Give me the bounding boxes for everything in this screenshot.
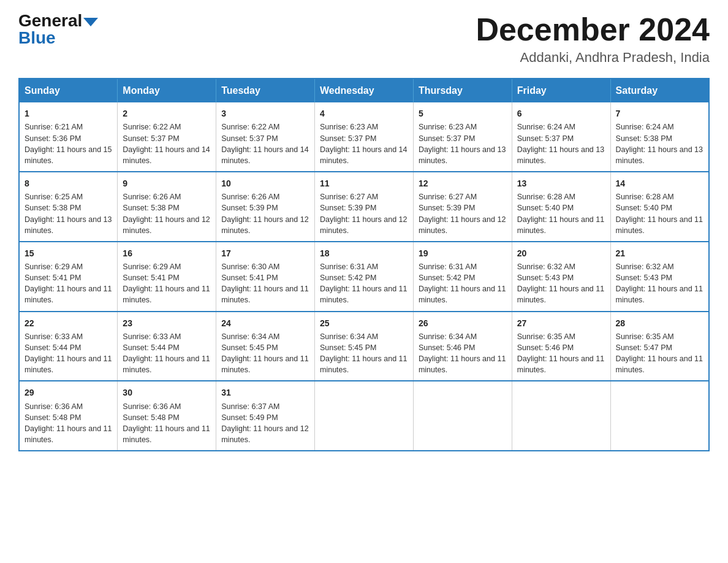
day-number: 15 (25, 247, 112, 259)
calendar-cell (315, 381, 414, 451)
day-number: 2 (123, 107, 211, 120)
header-saturday: Saturday (610, 79, 709, 102)
calendar-cell: 19Sunrise: 6:31 AMSunset: 5:42 PMDayligh… (413, 242, 512, 312)
calendar-cell: 22Sunrise: 6:33 AMSunset: 5:44 PMDayligh… (19, 312, 118, 381)
day-number: 9 (123, 177, 211, 190)
calendar-week-1: 1Sunrise: 6:21 AMSunset: 5:36 PMDaylight… (19, 102, 709, 172)
day-info: Sunrise: 6:25 AMSunset: 5:38 PMDaylight:… (25, 191, 112, 236)
day-number: 7 (616, 107, 703, 120)
day-number: 1 (25, 107, 112, 120)
calendar-cell: 2Sunrise: 6:22 AMSunset: 5:37 PMDaylight… (118, 102, 216, 172)
calendar-cell: 9Sunrise: 6:26 AMSunset: 5:38 PMDaylight… (118, 172, 216, 242)
day-info: Sunrise: 6:32 AMSunset: 5:43 PMDaylight:… (616, 261, 703, 306)
calendar-cell: 16Sunrise: 6:29 AMSunset: 5:41 PMDayligh… (118, 242, 216, 312)
calendar-cell: 25Sunrise: 6:34 AMSunset: 5:45 PMDayligh… (315, 312, 414, 381)
calendar-cell: 11Sunrise: 6:27 AMSunset: 5:39 PMDayligh… (315, 172, 414, 242)
day-info: Sunrise: 6:31 AMSunset: 5:42 PMDaylight:… (320, 261, 408, 306)
day-info: Sunrise: 6:26 AMSunset: 5:38 PMDaylight:… (123, 191, 211, 236)
calendar-cell: 1Sunrise: 6:21 AMSunset: 5:36 PMDaylight… (19, 102, 118, 172)
day-info: Sunrise: 6:29 AMSunset: 5:41 PMDaylight:… (25, 261, 112, 306)
calendar-cell: 12Sunrise: 6:27 AMSunset: 5:39 PMDayligh… (413, 172, 512, 242)
day-info: Sunrise: 6:35 AMSunset: 5:46 PMDaylight:… (517, 331, 605, 376)
calendar-cell: 23Sunrise: 6:33 AMSunset: 5:44 PMDayligh… (118, 312, 216, 381)
day-number: 17 (221, 247, 309, 259)
calendar-cell: 13Sunrise: 6:28 AMSunset: 5:40 PMDayligh… (512, 172, 610, 242)
header-wednesday: Wednesday (315, 79, 414, 102)
day-number: 12 (419, 177, 507, 190)
day-info: Sunrise: 6:35 AMSunset: 5:47 PMDaylight:… (616, 331, 703, 376)
day-info: Sunrise: 6:34 AMSunset: 5:45 PMDaylight:… (221, 331, 309, 376)
day-info: Sunrise: 6:23 AMSunset: 5:37 PMDaylight:… (419, 121, 507, 166)
day-number: 10 (221, 177, 309, 190)
day-info: Sunrise: 6:37 AMSunset: 5:49 PMDaylight:… (221, 401, 309, 446)
day-number: 14 (616, 177, 703, 190)
calendar-header-row: SundayMondayTuesdayWednesdayThursdayFrid… (19, 79, 709, 102)
calendar-cell (512, 381, 610, 451)
page-header: General Blue December 2024 Addanki, Andh… (18, 12, 710, 66)
day-number: 13 (517, 177, 605, 190)
day-number: 16 (123, 247, 211, 259)
month-year-title: December 2024 (476, 12, 710, 47)
calendar-cell: 31Sunrise: 6:37 AMSunset: 5:49 PMDayligh… (216, 381, 315, 451)
day-number: 22 (25, 317, 112, 329)
day-number: 20 (517, 247, 605, 259)
calendar-cell: 4Sunrise: 6:23 AMSunset: 5:37 PMDaylight… (315, 102, 414, 172)
calendar-cell: 21Sunrise: 6:32 AMSunset: 5:43 PMDayligh… (610, 242, 709, 312)
day-info: Sunrise: 6:34 AMSunset: 5:46 PMDaylight:… (419, 331, 507, 376)
day-info: Sunrise: 6:33 AMSunset: 5:44 PMDaylight:… (123, 331, 211, 376)
day-number: 3 (221, 107, 309, 120)
day-info: Sunrise: 6:36 AMSunset: 5:48 PMDaylight:… (123, 401, 211, 446)
day-number: 19 (419, 247, 507, 259)
day-number: 27 (517, 317, 605, 329)
header-friday: Friday (512, 79, 610, 102)
calendar-cell: 5Sunrise: 6:23 AMSunset: 5:37 PMDaylight… (413, 102, 512, 172)
day-number: 21 (616, 247, 703, 259)
calendar-cell: 18Sunrise: 6:31 AMSunset: 5:42 PMDayligh… (315, 242, 414, 312)
calendar-week-2: 8Sunrise: 6:25 AMSunset: 5:38 PMDaylight… (19, 172, 709, 242)
calendar-cell: 26Sunrise: 6:34 AMSunset: 5:46 PMDayligh… (413, 312, 512, 381)
calendar-cell (610, 381, 709, 451)
day-number: 11 (320, 177, 408, 190)
calendar-week-4: 22Sunrise: 6:33 AMSunset: 5:44 PMDayligh… (19, 312, 709, 381)
header-sunday: Sunday (19, 79, 118, 102)
day-info: Sunrise: 6:23 AMSunset: 5:37 PMDaylight:… (320, 121, 408, 166)
day-number: 30 (123, 386, 211, 399)
header-tuesday: Tuesday (216, 79, 315, 102)
location-subtitle: Addanki, Andhra Pradesh, India (476, 50, 710, 66)
day-number: 28 (616, 317, 703, 329)
logo-line2: Blue (18, 28, 56, 48)
calendar-cell: 17Sunrise: 6:30 AMSunset: 5:41 PMDayligh… (216, 242, 315, 312)
day-info: Sunrise: 6:24 AMSunset: 5:37 PMDaylight:… (517, 121, 605, 166)
day-info: Sunrise: 6:31 AMSunset: 5:42 PMDaylight:… (419, 261, 507, 306)
calendar-cell: 7Sunrise: 6:24 AMSunset: 5:38 PMDaylight… (610, 102, 709, 172)
day-info: Sunrise: 6:21 AMSunset: 5:36 PMDaylight:… (25, 121, 112, 166)
calendar-week-3: 15Sunrise: 6:29 AMSunset: 5:41 PMDayligh… (19, 242, 709, 312)
calendar-cell: 15Sunrise: 6:29 AMSunset: 5:41 PMDayligh… (19, 242, 118, 312)
day-info: Sunrise: 6:22 AMSunset: 5:37 PMDaylight:… (123, 121, 211, 166)
day-number: 26 (419, 317, 507, 329)
day-number: 18 (320, 247, 408, 259)
day-info: Sunrise: 6:33 AMSunset: 5:44 PMDaylight:… (25, 331, 112, 376)
day-info: Sunrise: 6:24 AMSunset: 5:38 PMDaylight:… (616, 121, 703, 166)
calendar-table: SundayMondayTuesdayWednesdayThursdayFrid… (18, 78, 710, 451)
header-monday: Monday (118, 79, 216, 102)
calendar-cell: 8Sunrise: 6:25 AMSunset: 5:38 PMDaylight… (19, 172, 118, 242)
day-info: Sunrise: 6:36 AMSunset: 5:48 PMDaylight:… (25, 401, 112, 446)
logo-line1: General (18, 12, 98, 29)
day-number: 24 (221, 317, 309, 329)
day-info: Sunrise: 6:22 AMSunset: 5:37 PMDaylight:… (221, 121, 309, 166)
day-info: Sunrise: 6:28 AMSunset: 5:40 PMDaylight:… (616, 191, 703, 236)
day-number: 4 (320, 107, 408, 120)
calendar-cell: 3Sunrise: 6:22 AMSunset: 5:37 PMDaylight… (216, 102, 315, 172)
day-info: Sunrise: 6:26 AMSunset: 5:39 PMDaylight:… (221, 191, 309, 236)
logo: General Blue (18, 12, 98, 48)
day-info: Sunrise: 6:30 AMSunset: 5:41 PMDaylight:… (221, 261, 309, 306)
calendar-cell: 6Sunrise: 6:24 AMSunset: 5:37 PMDaylight… (512, 102, 610, 172)
calendar-week-5: 29Sunrise: 6:36 AMSunset: 5:48 PMDayligh… (19, 381, 709, 451)
day-number: 29 (25, 386, 112, 399)
day-number: 5 (419, 107, 507, 120)
header-thursday: Thursday (413, 79, 512, 102)
day-number: 25 (320, 317, 408, 329)
day-info: Sunrise: 6:28 AMSunset: 5:40 PMDaylight:… (517, 191, 605, 236)
calendar-cell: 20Sunrise: 6:32 AMSunset: 5:43 PMDayligh… (512, 242, 610, 312)
